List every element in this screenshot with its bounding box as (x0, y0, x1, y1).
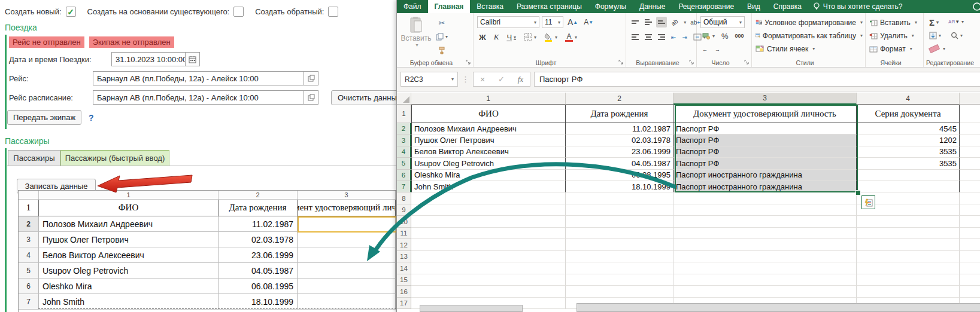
align-bottom-icon[interactable] (656, 17, 667, 27)
cell-empty[interactable] (960, 134, 980, 146)
cell-empty[interactable] (960, 262, 980, 274)
cell-dob[interactable]: 11.02.1987 (219, 216, 298, 232)
cell-empty[interactable] (411, 192, 566, 204)
calendar-button[interactable] (186, 52, 200, 66)
cell-name[interactable]: Белов Виктор Алексеевич (411, 146, 566, 158)
cell-name[interactable]: Usupov Oleg Petrovich (39, 263, 219, 279)
tab-passengers-quick-entry[interactable]: Пассажиры (быстрый ввод) (60, 150, 169, 166)
cell-name[interactable]: Usupov Oleg Petrovich (411, 158, 566, 169)
tab-insert[interactable]: Вставка (470, 0, 510, 13)
cell-series[interactable]: 3535 (857, 146, 960, 158)
cell-dob[interactable]: 06.08.1995 (566, 170, 673, 181)
bold-button[interactable]: Ж (477, 31, 488, 43)
cell-dob[interactable]: 23.06.1999 (566, 146, 673, 158)
cell-empty[interactable] (411, 228, 566, 240)
cell-empty[interactable] (857, 239, 960, 251)
cell-dob[interactable]: 02.03.1978 (219, 232, 298, 247)
paste-button[interactable]: Вставить ▾ (401, 16, 432, 56)
quick-analysis-button[interactable] (861, 195, 875, 209)
number-dialog-launcher[interactable] (744, 60, 750, 65)
cell-empty[interactable] (673, 274, 857, 286)
cell-empty[interactable] (566, 286, 673, 298)
cell-empty[interactable] (566, 192, 673, 204)
column-header[interactable]: 4 (857, 93, 960, 105)
cell-empty[interactable] (960, 123, 980, 134)
clear-button[interactable]: ▾ (927, 42, 947, 54)
cell-empty[interactable] (960, 204, 980, 216)
tab-data[interactable]: Данные (633, 0, 672, 13)
autosum-button[interactable]: Σ▾ (927, 16, 940, 28)
column-header[interactable]: 2 (566, 93, 673, 105)
cell-name[interactable]: Пушок Олег Петрович (39, 232, 219, 247)
cell-empty[interactable] (566, 216, 673, 228)
tab-file[interactable]: Файл (397, 0, 428, 13)
percent-style-button[interactable]: % (720, 30, 730, 42)
row-number[interactable]: 5 (19, 263, 39, 279)
sheet-header-dob[interactable]: Дата рождения (566, 105, 673, 123)
cell-empty[interactable] (411, 216, 566, 228)
cell-dob[interactable]: 18.10.1999 (566, 181, 673, 192)
cell-empty[interactable] (960, 105, 980, 123)
cell-name[interactable]: John Smith (411, 181, 566, 192)
row-number[interactable]: 7 (19, 294, 39, 310)
cell-empty[interactable] (960, 158, 980, 169)
cell-series[interactable]: 1202 (857, 134, 960, 146)
cell-series[interactable]: 4545 (857, 123, 960, 134)
cell-empty[interactable] (960, 181, 980, 192)
alignment-dialog-launcher[interactable] (689, 60, 694, 65)
row-header[interactable]: 16 (397, 286, 411, 298)
font-size-combo[interactable]: 11▾ (542, 16, 563, 28)
cell-doc[interactable] (298, 247, 396, 263)
sort-filter-button[interactable]: АЯ▼▾ (946, 16, 966, 28)
cell-dob[interactable]: 18.10.1999 (219, 294, 298, 310)
search-icon[interactable] (972, 2, 980, 13)
create-from-existing-checkbox[interactable] (233, 7, 244, 17)
tab-passengers[interactable]: Пассажиры (8, 150, 60, 166)
tab-view[interactable]: Вид (741, 0, 767, 13)
cell-empty[interactable] (566, 251, 673, 263)
cell-doc-selected[interactable]: Паспорт РФ (673, 158, 857, 169)
row-header[interactable]: 1 (397, 105, 411, 123)
cell-dob[interactable]: 11.02.1987 (566, 123, 673, 134)
column-header[interactable]: 1 (411, 93, 566, 105)
row-number[interactable]: 4 (19, 247, 39, 263)
number-format-combo[interactable]: Общий▾ (700, 16, 745, 28)
row-header-selected[interactable]: 6 (397, 170, 411, 181)
cell-empty[interactable] (857, 286, 960, 298)
sheet-tab-strip-fragment[interactable] (420, 305, 523, 312)
cell-empty[interactable] (673, 228, 857, 240)
font-dialog-launcher[interactable] (618, 60, 624, 65)
tab-home[interactable]: Главная (428, 0, 471, 13)
trip-datetime-input[interactable]: 31.10.2023 10:00:00 (111, 52, 186, 66)
cell-dob[interactable]: 02.03.1978 (566, 134, 673, 146)
cell-dob[interactable]: 04.05.1987 (566, 158, 673, 169)
cell-series[interactable]: 3535 (857, 158, 960, 169)
align-center-icon[interactable] (643, 32, 654, 42)
cell-empty[interactable] (960, 239, 980, 251)
row-header[interactable]: 11 (397, 228, 411, 240)
cell-empty[interactable] (673, 216, 857, 228)
col-number[interactable]: 3 (298, 191, 396, 200)
row-header-selected[interactable]: 5 (397, 158, 411, 169)
create-new-checkbox[interactable] (66, 7, 76, 17)
fill-color-button[interactable]: ▾ (542, 31, 559, 43)
decrease-indent-icon[interactable]: ⇤ (669, 31, 678, 43)
cell-empty[interactable] (673, 262, 857, 274)
cell-styles-button[interactable]: Стили ячеек▾ (756, 42, 863, 55)
cell-empty[interactable] (411, 262, 566, 274)
formula-input[interactable]: Паспорт РФ (534, 72, 980, 87)
delete-cells-button[interactable]: Удалить▾ (869, 29, 921, 42)
row-header[interactable]: 10 (397, 216, 411, 228)
shrink-font-button[interactable]: А▼ (582, 16, 595, 28)
active-cell[interactable]: Паспорт РФ (673, 123, 857, 134)
schedule-choose-button[interactable] (304, 90, 318, 105)
font-color-button[interactable]: А ▾ (563, 31, 579, 43)
tab-page-layout[interactable]: Разметка страницы (510, 0, 588, 13)
cell-doc[interactable] (298, 263, 396, 279)
cell-dob[interactable]: 23.06.1999 (219, 247, 298, 263)
increase-indent-icon[interactable]: ⇥ (680, 31, 688, 43)
align-left-icon[interactable] (630, 32, 641, 42)
cell-doc-selected[interactable]: Паспорт РФ (673, 146, 857, 158)
align-right-icon[interactable] (656, 32, 667, 42)
cell-name[interactable]: Белов Виктор Алексеевич (39, 247, 219, 263)
